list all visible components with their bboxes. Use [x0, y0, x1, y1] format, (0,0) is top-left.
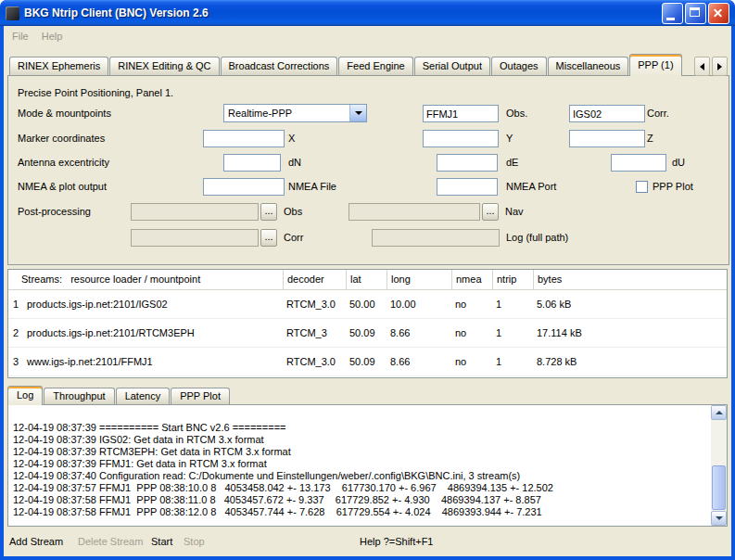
tab-rinex-editing-qc[interactable]: RINEX Editing & QC — [109, 57, 219, 75]
nmea-file-label: NMEA File — [288, 178, 336, 196]
window-controls — [662, 3, 729, 24]
tab-rinex-ephemeris[interactable]: RINEX Ephemeris — [9, 57, 108, 75]
minimize-icon — [666, 18, 675, 20]
stream-ntrip: 1 — [492, 327, 533, 338]
antenna-de-input[interactable] — [437, 154, 498, 172]
tab-serial-output[interactable]: Serial Output — [414, 57, 490, 75]
log-line: 12-04-19 08:37:39 RTCM3EPH: Get data in … — [13, 446, 708, 458]
log-scrollbar[interactable] — [711, 405, 727, 526]
tab-scroll-left-button[interactable] — [694, 57, 710, 76]
ppp-panel: Precise Point Positioning, Panel 1. Mode… — [7, 75, 729, 265]
antenna-excentricity-label: Antenna excentricity — [18, 154, 109, 172]
menu-bar: File Help — [4, 26, 731, 45]
marker-coordinates-label: Marker coordinates — [18, 130, 105, 147]
antenna-du-input[interactable] — [611, 154, 666, 172]
tab-scrollers — [694, 57, 728, 76]
tab-feed-engine[interactable]: Feed Engine — [338, 57, 412, 75]
tab-outages[interactable]: Outages — [491, 57, 547, 75]
x-label: X — [288, 130, 295, 147]
stream-nmea: no — [451, 356, 492, 367]
y-label: Y — [506, 130, 513, 147]
stream-row-3[interactable]: 3 www.igs-ip.net:2101/FFMJ1 RTCM_3.0 50.… — [8, 348, 727, 376]
row-number: 1 — [8, 299, 23, 310]
delete-stream-button: Delete Stream — [78, 536, 143, 547]
stream-lat: 50.09 — [346, 356, 387, 367]
header-decoder: decoder — [283, 270, 346, 289]
antenna-dn-input[interactable] — [223, 154, 281, 172]
log-tab-ppp-plot[interactable]: PPP Plot — [171, 388, 230, 404]
log-tab-throughput[interactable]: Throughput — [44, 388, 114, 404]
marker-z-input[interactable] — [569, 130, 645, 147]
scrollbar-thumb[interactable] — [712, 465, 726, 510]
header-nmea: nmea — [451, 270, 492, 289]
marker-y-input[interactable] — [423, 130, 499, 147]
nmea-port-label: NMEA Port — [506, 178, 556, 196]
tab-broadcast-corrections[interactable]: Broadcast Corrections — [221, 57, 338, 75]
log-tab-log[interactable]: Log — [7, 386, 43, 405]
scroll-down-button[interactable] — [711, 511, 727, 526]
app-icon[interactable] — [6, 6, 19, 20]
log-line: 12-04-19 08:37:57 FFMJ1 PPP 08:38:10.0 8… — [13, 482, 708, 494]
marker-x-input[interactable] — [203, 130, 285, 147]
stream-row-2[interactable]: 2 products.igs-ip.net:2101/RTCM3EPH RTCM… — [8, 319, 727, 348]
down-arrow-icon — [716, 516, 723, 520]
log-line: 12-04-19 08:37:39 IGS02: Get data in RTC… — [13, 434, 708, 446]
stream-long: 8.66 — [387, 327, 451, 338]
title-bar[interactable]: BKG Ntrip Client (BNC) Version 2.6 — [0, 0, 735, 26]
pp-log-label: Log (full path) — [506, 229, 568, 247]
row-number: 3 — [8, 356, 23, 367]
start-button[interactable]: Start — [151, 536, 172, 547]
tab-scroll-right-button[interactable] — [712, 57, 728, 76]
corr-label: Corr. — [647, 105, 669, 122]
combo-dropdown-button[interactable] — [349, 105, 366, 121]
stream-decoder: RTCM_3.0 — [283, 299, 346, 310]
postproc-corr-input — [131, 229, 259, 247]
stream-lat: 50.09 — [346, 327, 387, 338]
left-arrow-icon — [700, 63, 704, 70]
stream-long: 8.66 — [387, 356, 451, 367]
pp-obs-label: Obs — [284, 203, 302, 221]
streams-table-header: Streams: resource loader / mountpoint de… — [8, 270, 727, 290]
scroll-up-button[interactable] — [711, 405, 727, 420]
obs-mountpoint-input[interactable] — [423, 105, 499, 122]
add-stream-button[interactable]: Add Stream — [9, 536, 63, 547]
postproc-obs-browse-button[interactable]: ... — [260, 203, 277, 221]
log-output: 12-04-19 08:37:39 ========== Start BNC v… — [7, 404, 728, 527]
bnc-window: BKG Ntrip Client (BNC) Version 2.6 File … — [0, 0, 735, 560]
postproc-obs-input — [131, 203, 259, 221]
post-processing-label: Post-processing — [18, 203, 91, 221]
tab-miscellaneous[interactable]: Miscellaneous — [548, 57, 629, 75]
ppp-plot-checkbox[interactable] — [636, 181, 648, 193]
stream-decoder: RTCM_3.0 — [283, 356, 346, 367]
window-title: BKG Ntrip Client (BNC) Version 2.6 — [24, 6, 662, 19]
nmea-port-input[interactable] — [437, 178, 498, 196]
minimize-button[interactable] — [662, 3, 683, 24]
header-long: long — [387, 270, 451, 289]
close-button[interactable] — [708, 3, 729, 24]
menu-file[interactable]: File — [6, 28, 35, 45]
pp-nav-label: Nav — [505, 203, 524, 221]
de-label: dE — [506, 154, 518, 172]
corr-mountpoint-input[interactable] — [569, 105, 645, 122]
header-mountpoint: Streams: resource loader / mountpoint — [8, 270, 283, 289]
header-ntrip: ntrip — [492, 270, 533, 289]
stream-mountpoint: www.igs-ip.net:2101/FFMJ1 — [23, 356, 283, 367]
stream-ntrip: 1 — [492, 299, 533, 310]
streams-table: Streams: resource loader / mountpoint de… — [7, 269, 728, 378]
tab-ppp-1[interactable]: PPP (1) — [629, 54, 681, 76]
stream-bytes: 5.06 kB — [533, 299, 727, 310]
stream-row-1[interactable]: 1 products.igs-ip.net:2101/IGS02 RTCM_3.… — [8, 290, 727, 319]
maximize-button[interactable] — [685, 3, 706, 24]
up-arrow-icon — [716, 411, 723, 414]
postproc-nav-browse-button[interactable]: ... — [482, 203, 499, 221]
stream-nmea: no — [451, 299, 492, 310]
log-line: 12-04-19 08:37:39 ========== Start BNC v… — [13, 422, 708, 434]
ppp-mode-value: Realtime-PPP — [224, 108, 349, 119]
nmea-file-input[interactable] — [203, 178, 285, 196]
log-tab-latency[interactable]: Latency — [116, 388, 171, 404]
menu-help[interactable]: Help — [35, 28, 70, 45]
panel-title: Precise Point Positioning, Panel 1. — [18, 87, 173, 98]
ppp-mode-select[interactable]: Realtime-PPP — [223, 104, 367, 122]
postproc-corr-browse-button[interactable]: ... — [260, 229, 277, 247]
header-bytes: bytes — [533, 270, 727, 289]
